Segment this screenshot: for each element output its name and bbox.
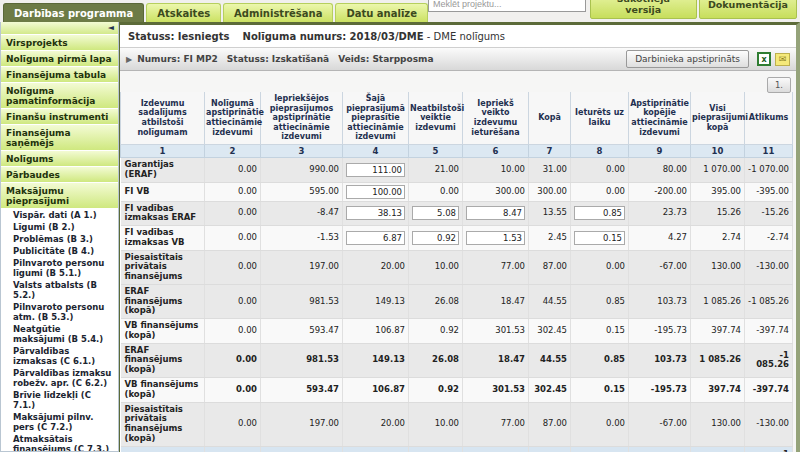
value-cell: -130.00 bbox=[745, 250, 793, 284]
amount-input[interactable] bbox=[346, 206, 405, 220]
excel-export-icon[interactable]: x bbox=[757, 52, 771, 66]
value-cell: 87.00 bbox=[529, 250, 571, 284]
value-cell: 0.15 bbox=[571, 319, 629, 344]
value-cell: 0.00 bbox=[571, 402, 629, 446]
sidebar-item-nolīgums[interactable]: Nolīgums bbox=[1, 151, 118, 167]
table-row: Garantijas (ERAF)0.00990.0021.0010.0031.… bbox=[121, 157, 793, 182]
contract-number-value: 2018/03/DME bbox=[349, 31, 423, 42]
value-cell: 301.53 bbox=[463, 377, 529, 402]
tab-atskaites[interactable]: Atskaites bbox=[146, 3, 221, 22]
sidebar-item-līgumi-b-2[interactable]: Līgumi (B 2.) bbox=[1, 221, 118, 233]
dokumentācija-button[interactable]: Dokumentācija bbox=[699, 0, 797, 19]
row-label: Piesaistītais privātais finansējums bbox=[121, 250, 205, 284]
value-cell bbox=[409, 226, 463, 251]
sidebar-item-pārvaldības-izmaksas-c-6-1[interactable]: Pārvaldības izmaksas (C 6.1.) bbox=[1, 345, 118, 367]
sidebar-collapse-icon[interactable]: ◄ bbox=[108, 23, 114, 32]
value-cell: 593.47 bbox=[261, 377, 343, 402]
column-header: Iepriekš veikto izdevumu ieturēšana bbox=[463, 92, 529, 144]
value-cell: 26.08 bbox=[409, 343, 463, 377]
amount-input[interactable] bbox=[574, 206, 625, 220]
value-cell: 1 070.00 bbox=[691, 157, 745, 182]
value-cell: 0.85 bbox=[571, 284, 629, 318]
value-cell: 4.27 bbox=[629, 226, 691, 251]
value-cell: 0.15 bbox=[571, 377, 629, 402]
total-value-cell: 1.00 bbox=[571, 446, 629, 452]
value-cell: 2.45 bbox=[529, 226, 571, 251]
value-cell: 0.00 bbox=[571, 250, 629, 284]
sidebar-item-finanšu-instrumenti[interactable]: Finanšu instrumenti bbox=[1, 109, 118, 125]
amount-input[interactable] bbox=[412, 206, 459, 220]
sidebar-item-vispār-dati-a-1[interactable]: Vispār. dati (A 1.) bbox=[1, 209, 118, 221]
sidebar-item-pārbaudes[interactable]: Pārbaudes bbox=[1, 167, 118, 183]
value-cell: 0.00 bbox=[205, 157, 261, 182]
column-number: 1 bbox=[121, 144, 205, 157]
sidebar-item-pilnvaroto-personu-atm-b-5-3[interactable]: Pilnvaroto personu atm. (B 5.3.) bbox=[1, 301, 118, 323]
sidebar-item-brīvie-līdzekļi-c-7-1[interactable]: Brīvie līdzekļi (C 7.1.) bbox=[1, 389, 118, 411]
value-cell: 31.00 bbox=[529, 157, 571, 182]
amount-input[interactable] bbox=[466, 231, 525, 245]
total-label: KOPĀ: bbox=[121, 446, 205, 452]
value-cell: 0.00 bbox=[205, 377, 261, 402]
value-cell: 990.00 bbox=[261, 157, 343, 182]
value-cell: 197.00 bbox=[261, 250, 343, 284]
sidebar-item-pilnvaroto-personu-līgumi-b-5-1[interactable]: Pilnvaroto personu līgumi (B 5.1.) bbox=[1, 257, 118, 279]
value-cell: 44.55 bbox=[529, 343, 571, 377]
sākotnējā-versija-button[interactable]: Sākotnējā versija bbox=[590, 0, 697, 19]
value-cell: 20.00 bbox=[343, 250, 409, 284]
field-statuss: Statuss: Izskatīšanā bbox=[227, 54, 329, 64]
tab-datu-analīze[interactable]: Datu analīze bbox=[335, 3, 428, 22]
value-cell: 77.00 bbox=[463, 250, 529, 284]
column-header: Apstiprinātie kopējie attiecināmie izdev… bbox=[629, 92, 691, 144]
row-label: ERAF finansējums (kopā) bbox=[121, 343, 205, 377]
sidebar-item-maksājumi-pilnv-pers-c-7-2[interactable]: Maksājumi pilnv. pers (C 7.2.) bbox=[1, 411, 118, 433]
value-cell: -130.00 bbox=[745, 402, 793, 446]
sidebar-item-finansējuma-saņēmējs[interactable]: Finansējuma saņēmējs bbox=[1, 125, 118, 151]
column-number: 7 bbox=[529, 144, 571, 157]
amount-input[interactable] bbox=[346, 231, 405, 245]
employee-approved-button[interactable]: Darbinieka apstiprināts bbox=[626, 50, 749, 68]
contract-name: - DME nolīgums bbox=[427, 31, 505, 42]
sidebar-item-finansējuma-tabula[interactable]: Finansējuma tabula bbox=[1, 67, 118, 83]
envelope-icon[interactable]: ✉ bbox=[775, 53, 790, 66]
sidebar-item-neatgūtie-maksājumi-b-5-4[interactable]: Neatgūtie maksājumi (B 5.4.) bbox=[1, 323, 118, 345]
value-cell: 397.74 bbox=[691, 319, 745, 344]
value-cell: 0.00 bbox=[205, 319, 261, 344]
sidebar-item-atmaksātais-finansējums-c-7-3[interactable]: Atmaksātais finansējums (C 7.3.) bbox=[1, 433, 118, 452]
value-cell: -195.73 bbox=[629, 377, 691, 402]
value-cell: 0.00 bbox=[205, 201, 261, 226]
value-cell: 106.87 bbox=[343, 377, 409, 402]
expand-arrow-icon[interactable]: ▶ bbox=[126, 55, 132, 64]
amount-input[interactable] bbox=[412, 231, 459, 245]
sidebar-item-problēmas-b-3[interactable]: Problēmas (B 3.) bbox=[1, 233, 118, 245]
table-row: Piesaistītais privātais finansējums (kop… bbox=[121, 402, 793, 446]
sidebar-item-nolīguma-pirmā-lapa[interactable]: Nolīguma pirmā lapa bbox=[1, 51, 118, 67]
sidebar-item-publicitāte-b-4[interactable]: Publicitāte (B 4.) bbox=[1, 245, 118, 257]
tab-darbības-programma[interactable]: Darbības programma bbox=[3, 3, 144, 22]
sidebar-item-valsts-atbalsts-b-5-2[interactable]: Valsts atbalsts (B 5.2.) bbox=[1, 279, 118, 301]
sidebar-item-nolīguma-pamatinformācija[interactable]: Nolīguma pamatinformācija bbox=[1, 83, 118, 109]
value-cell: 10.00 bbox=[409, 250, 463, 284]
column-number: 11 bbox=[745, 144, 793, 157]
column-header: Izdevumu sadalījums atbilstoši nolīgumam bbox=[121, 92, 205, 144]
table-row: Piesaistītais privātais finansējums0.001… bbox=[121, 250, 793, 284]
search-input[interactable] bbox=[428, 0, 586, 12]
sidebar-item-pārvaldības-izmaksu-robežv-apr-c-6-2[interactable]: Pārvaldības izmaksu robežv. apr. (C 6.2.… bbox=[1, 367, 118, 389]
value-cell: 301.53 bbox=[463, 319, 529, 344]
value-cell: 0.00 bbox=[205, 182, 261, 201]
value-cell: -1 070.00 bbox=[745, 157, 793, 182]
amount-input[interactable] bbox=[346, 163, 405, 177]
tab-administrēšana[interactable]: Administrēšana bbox=[223, 3, 333, 22]
column-number: 9 bbox=[629, 144, 691, 157]
sidebar-item-virsprojekts[interactable]: Virsprojekts bbox=[1, 35, 118, 51]
sidebar-item-maksājumu-pieprasījumi[interactable]: Maksājumu pieprasījumi bbox=[1, 183, 118, 209]
value-cell: -8.47 bbox=[261, 201, 343, 226]
amount-input[interactable] bbox=[466, 206, 525, 220]
amount-input[interactable] bbox=[574, 231, 625, 245]
value-cell bbox=[343, 226, 409, 251]
value-cell: 0.00 bbox=[205, 250, 261, 284]
value-cell bbox=[463, 201, 529, 226]
topbar-right: Sākotnējā versijaDokumentācija bbox=[428, 0, 800, 22]
contract-number-label: Nolīguma numurs: bbox=[243, 31, 347, 42]
amount-input[interactable] bbox=[346, 185, 405, 199]
page-1-button[interactable]: 1. bbox=[767, 77, 791, 93]
